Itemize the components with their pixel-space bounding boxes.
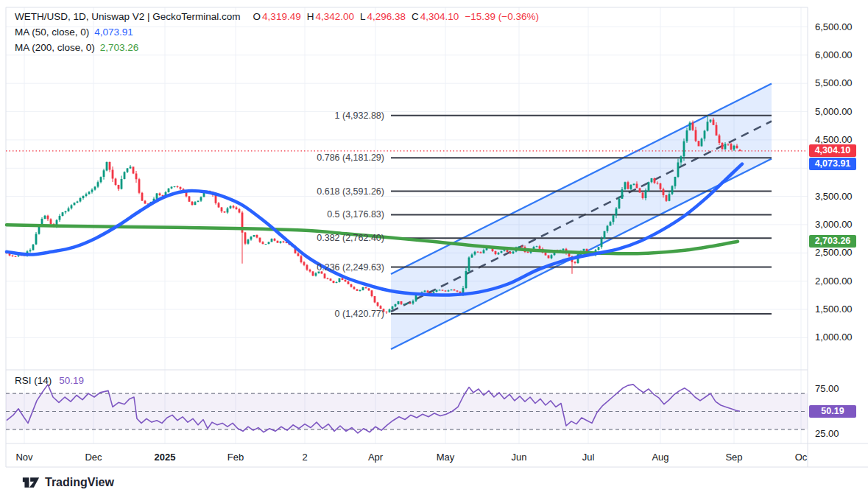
ma200-label: MA (200, close, 0) [15, 40, 95, 55]
ohlc-change: −15.39 (−0.36%) [465, 9, 539, 24]
chart-legend: WETH/USD, 1D, Uniswap V2 | GeckoTerminal… [15, 9, 539, 55]
rsi-value: 50.19 [59, 375, 84, 386]
ma50-legend-row[interactable]: MA (50, close, 0) 4,073.91 [15, 24, 539, 40]
tradingview-chart-window: 1 (4,932.88)0.786 (4,181.29)0.618 (3,591… [0, 0, 868, 498]
ohlc-open-value: 4,319.49 [262, 9, 301, 24]
tradingview-logo[interactable]: TradingView [22, 475, 114, 490]
symbol-title: WETH/USD, 1D, Uniswap V2 | GeckoTerminal… [15, 9, 241, 24]
ma200-legend-row[interactable]: MA (200, close, 0) 2,703.26 [15, 40, 539, 55]
ohlc-close-label: C [412, 9, 419, 24]
time-axis[interactable] [0, 443, 808, 467]
symbol-title-row[interactable]: WETH/USD, 1D, Uniswap V2 | GeckoTerminal… [15, 9, 539, 24]
ma200-value: 2,703.26 [100, 40, 139, 55]
price-axis[interactable] [808, 7, 868, 467]
ohlc-open-label: O [253, 9, 261, 24]
tradingview-logo-icon [22, 475, 40, 490]
ohlc-high-label: H [307, 9, 314, 24]
ohlc-low-value: 4,296.38 [367, 9, 406, 24]
ma50-label: MA (50, close, 0) [15, 24, 89, 40]
tradingview-logo-text: TradingView [45, 476, 114, 489]
ohlc-low-label: L [360, 9, 366, 24]
ohlc-close-value: 4,304.10 [420, 9, 459, 24]
chart-plot-area[interactable] [0, 0, 868, 498]
ma50-value: 4,073.91 [94, 24, 133, 40]
ohlc-high-value: 4,342.00 [315, 9, 354, 24]
rsi-legend-row[interactable]: RSI (14) 50.19 [15, 375, 84, 386]
rsi-label: RSI (14) [15, 375, 52, 386]
